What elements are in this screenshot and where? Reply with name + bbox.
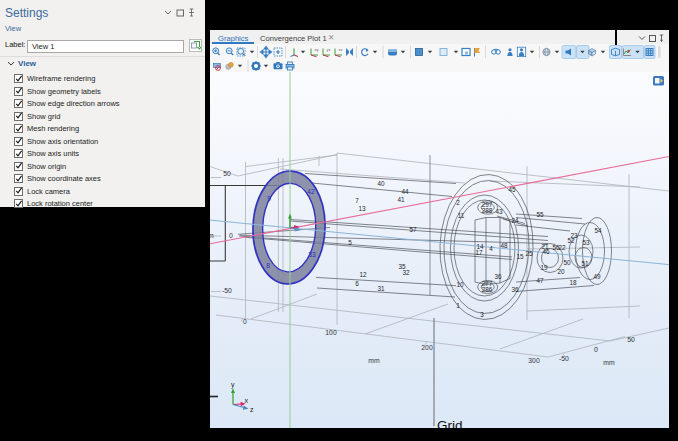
svg-text:12: 12 [359, 271, 367, 278]
svg-text:11: 11 [458, 212, 465, 219]
svg-text:45: 45 [508, 186, 516, 193]
svg-text:42: 42 [307, 188, 315, 195]
svg-text:8: 8 [266, 262, 270, 269]
svg-text:7: 7 [355, 197, 359, 204]
svg-text:44: 44 [401, 188, 409, 195]
svg-text:mm: mm [603, 359, 615, 366]
svg-text:40: 40 [377, 180, 385, 187]
svg-text:x: x [245, 397, 249, 404]
svg-text:xy: xy [315, 47, 319, 52]
svg-text:Grid: Grid [437, 418, 463, 429]
svg-text:50: 50 [627, 336, 635, 343]
svg-text:3: 3 [480, 311, 484, 318]
svg-text:43: 43 [495, 208, 503, 215]
svg-text:288: 288 [482, 207, 493, 214]
svg-text:286: 286 [482, 286, 493, 293]
svg-text:50: 50 [223, 170, 231, 177]
svg-text:zx: zx [339, 47, 343, 52]
svg-text:55: 55 [536, 211, 544, 218]
svg-text:9: 9 [267, 195, 271, 202]
svg-text:0: 0 [243, 318, 247, 325]
svg-text:0: 0 [594, 346, 598, 353]
svg-text:52: 52 [567, 237, 575, 244]
svg-text:15: 15 [516, 253, 524, 260]
svg-text:31: 31 [377, 285, 385, 292]
svg-text:17: 17 [475, 249, 483, 256]
svg-text:2: 2 [456, 199, 460, 206]
svg-text:46: 46 [542, 248, 550, 255]
svg-text:41: 41 [397, 196, 405, 203]
svg-text:6: 6 [355, 280, 359, 287]
svg-text:13: 13 [358, 205, 366, 212]
svg-text:-50: -50 [559, 355, 569, 362]
svg-text:50: 50 [563, 259, 571, 266]
svg-text:yz: yz [327, 47, 331, 52]
svg-text:300: 300 [528, 357, 540, 364]
svg-text:49: 49 [593, 273, 601, 280]
svg-text:36: 36 [511, 286, 519, 293]
svg-text:47: 47 [536, 277, 544, 284]
svg-text:10: 10 [456, 281, 464, 288]
svg-text:100: 100 [325, 329, 337, 336]
svg-text:32: 32 [402, 269, 410, 276]
svg-text:22: 22 [558, 244, 566, 251]
svg-text:33: 33 [308, 251, 316, 258]
svg-text:-50: -50 [222, 287, 232, 294]
svg-text:z: z [250, 406, 254, 413]
svg-text:51: 51 [581, 260, 589, 267]
svg-text:0: 0 [229, 232, 233, 239]
svg-text:24: 24 [511, 217, 519, 224]
svg-text:18: 18 [569, 279, 577, 286]
svg-text:53: 53 [582, 239, 590, 246]
svg-text:48: 48 [500, 242, 508, 249]
svg-text:mm: mm [368, 357, 380, 364]
svg-text:1: 1 [456, 302, 460, 309]
svg-text:200: 200 [421, 344, 433, 351]
svg-text:36: 36 [494, 273, 502, 280]
svg-text:57: 57 [409, 226, 417, 233]
svg-text:25: 25 [525, 250, 533, 257]
svg-text:19: 19 [540, 264, 548, 271]
svg-text:20: 20 [557, 268, 565, 275]
svg-text:5: 5 [348, 239, 352, 246]
svg-text:54: 54 [594, 227, 602, 234]
svg-text:mm: mm [210, 232, 214, 239]
svg-text:y: y [231, 381, 235, 389]
svg-text:4: 4 [489, 245, 493, 252]
